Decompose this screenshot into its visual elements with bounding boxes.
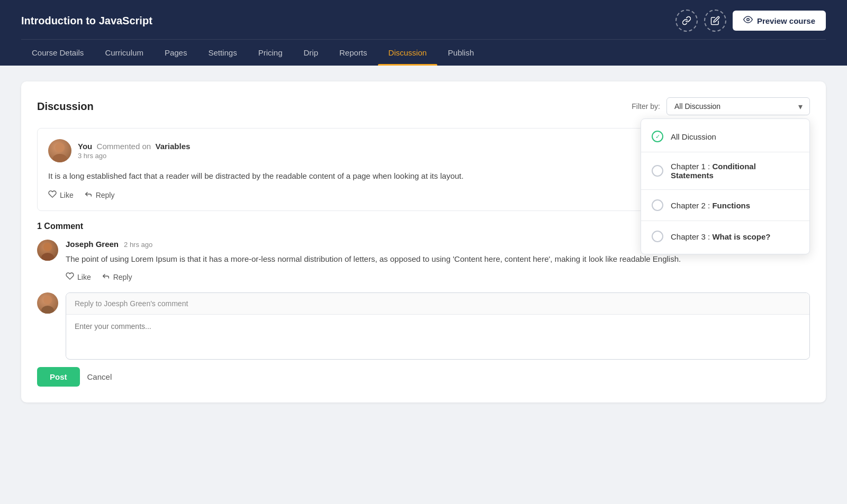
filter-dropdown: ✓ All Dicussion Chapter 1 : Conditional … xyxy=(641,118,810,254)
dropdown-divider-2 xyxy=(641,189,809,190)
post-reply-label: Reply xyxy=(96,191,115,199)
dropdown-label-ch1: Chapter 1 : Conditional Statements xyxy=(671,162,799,180)
nav-drip[interactable]: Drip xyxy=(293,40,329,66)
filter-label: Filter by: xyxy=(632,102,660,111)
nav-settings[interactable]: Settings xyxy=(197,40,247,66)
dropdown-chapter-ch3: Chapter 3 : xyxy=(671,232,712,241)
comment-author-name: Joseph Green xyxy=(66,240,119,249)
reply-form-title: Reply to Joesph Green's comment xyxy=(66,293,809,315)
post-reply-button[interactable]: Reply xyxy=(84,190,115,200)
nav-publish[interactable]: Publish xyxy=(437,40,484,66)
comment-avatar-svg xyxy=(37,240,58,261)
nav-course-details[interactable]: Course Details xyxy=(21,40,94,66)
comment-author-avatar xyxy=(37,240,58,261)
avatar-face-svg xyxy=(48,139,71,162)
reply-footer: Post Cancel xyxy=(37,367,810,387)
post-time: 3 hrs ago xyxy=(78,152,190,160)
header-top: Introduction to JavaScript xyxy=(21,0,826,39)
discussion-card: Discussion Filter by: All Discussion Cha… xyxy=(21,81,826,402)
comment-reply-button[interactable]: Reply xyxy=(102,272,132,282)
preview-course-label: Preview course xyxy=(757,16,815,25)
comment-reply-label: Reply xyxy=(113,273,132,281)
post-meta: You Commented on Variables 3 hrs ago xyxy=(78,142,190,160)
post-button[interactable]: Post xyxy=(37,367,80,387)
filter-wrapper: All Discussion Chapter 1: Conditional St… xyxy=(666,97,810,115)
comment-reply-icon xyxy=(102,272,110,282)
header-actions: Preview course xyxy=(675,10,826,32)
dropdown-item-all[interactable]: ✓ All Dicussion xyxy=(641,123,809,150)
nav-pricing[interactable]: Pricing xyxy=(248,40,293,66)
filter-select[interactable]: All Discussion Chapter 1: Conditional St… xyxy=(666,97,810,115)
edit-icon-button[interactable] xyxy=(704,10,726,32)
main-content: Discussion Filter by: All Discussion Cha… xyxy=(0,66,847,418)
discussion-header: Discussion Filter by: All Discussion Cha… xyxy=(37,97,810,115)
reply-icon xyxy=(84,190,93,200)
dropdown-label-ch3: Chapter 3 : What is scope? xyxy=(671,232,770,241)
svg-point-1 xyxy=(55,143,65,152)
svg-point-3 xyxy=(43,243,52,251)
edit-icon xyxy=(710,16,720,25)
reply-box: Reply to Joesph Green's comment xyxy=(37,292,810,360)
post-commented-on: Commented on xyxy=(94,142,153,151)
reply-textarea[interactable] xyxy=(66,315,809,357)
comment-body: The point of using Lorem Ipsum is that i… xyxy=(66,253,810,265)
svg-point-0 xyxy=(747,19,750,21)
check-icon-ch2 xyxy=(652,199,663,211)
svg-point-4 xyxy=(41,253,54,261)
comment-time: 2 hrs ago xyxy=(124,241,152,249)
dropdown-item-ch3[interactable]: Chapter 3 : What is scope? xyxy=(641,223,809,250)
link-icon xyxy=(682,16,691,25)
check-icon-ch3 xyxy=(652,231,663,242)
nav-discussion[interactable]: Discussion xyxy=(378,40,438,66)
main-nav: Course Details Curriculum Pages Settings… xyxy=(21,39,826,66)
comment-heart-icon xyxy=(66,272,74,282)
post-author-avatar xyxy=(48,139,71,162)
dropdown-topic-ch3: What is scope? xyxy=(712,232,770,241)
discussion-title: Discussion xyxy=(37,100,94,113)
dropdown-item-ch1[interactable]: Chapter 1 : Conditional Statements xyxy=(641,154,809,187)
check-icon-ch1 xyxy=(652,165,663,177)
preview-course-button[interactable]: Preview course xyxy=(733,11,826,31)
dropdown-label-all: All Dicussion xyxy=(671,132,716,141)
svg-point-6 xyxy=(41,306,54,314)
comment-like-button[interactable]: Like xyxy=(66,272,91,282)
comment-actions: Like Reply xyxy=(66,272,810,282)
link-icon-button[interactable] xyxy=(675,10,698,32)
filter-row: Filter by: All Discussion Chapter 1: Con… xyxy=(632,97,810,115)
dropdown-item-ch2[interactable]: Chapter 2 : Functions xyxy=(641,192,809,218)
post-like-button[interactable]: Like xyxy=(48,190,74,200)
app-title: Introduction to JavaScript xyxy=(21,15,152,27)
check-icon-all: ✓ xyxy=(652,131,663,142)
reply-form: Reply to Joesph Green's comment xyxy=(66,292,810,360)
post-author-you: You xyxy=(78,142,92,151)
post-author-line: You Commented on Variables xyxy=(78,142,190,151)
dropdown-divider-3 xyxy=(641,221,809,221)
reply-avatar xyxy=(37,292,58,314)
cancel-button[interactable]: Cancel xyxy=(87,372,112,381)
dropdown-divider-1 xyxy=(641,152,809,152)
heart-icon xyxy=(48,190,57,200)
reply-avatar-svg xyxy=(37,292,58,314)
dropdown-topic-ch2: Functions xyxy=(712,201,750,210)
dropdown-chapter-ch1: Chapter 1 : xyxy=(671,162,712,171)
post-like-label: Like xyxy=(60,191,74,199)
svg-point-2 xyxy=(52,154,67,162)
nav-reports[interactable]: Reports xyxy=(329,40,378,66)
eye-icon xyxy=(743,16,753,25)
dropdown-chapter-ch2: Chapter 2 : xyxy=(671,201,712,210)
nav-pages[interactable]: Pages xyxy=(154,40,198,66)
post-topic: Variables xyxy=(155,142,190,151)
dropdown-label-ch2: Chapter 2 : Functions xyxy=(671,201,750,210)
svg-point-5 xyxy=(43,296,52,304)
header: Introduction to JavaScript xyxy=(0,0,847,66)
comment-like-label: Like xyxy=(77,273,91,281)
nav-curriculum[interactable]: Curriculum xyxy=(94,40,154,66)
